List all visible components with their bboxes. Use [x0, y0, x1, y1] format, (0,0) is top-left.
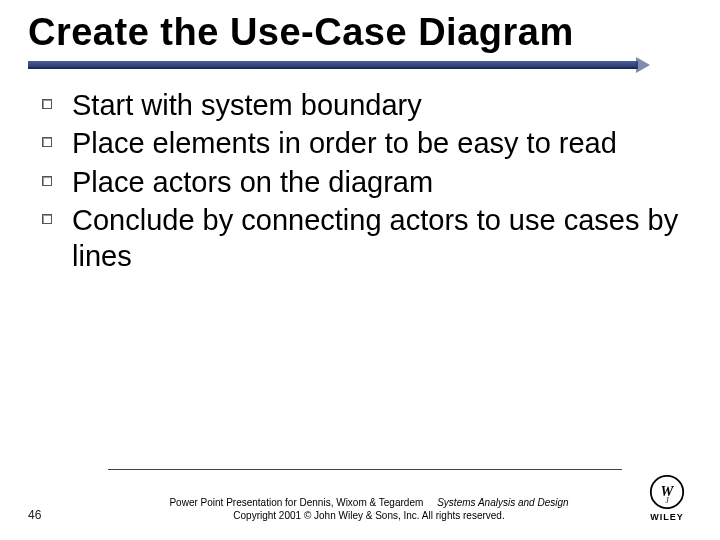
bullet-list: Start with system boundary Place element… [28, 87, 692, 274]
footer-credit-line1b: Systems Analysis and Design [437, 497, 568, 508]
footer-credit-line2: Copyright 2001 © John Wiley & Sons, Inc.… [108, 509, 630, 522]
bullet-text: Place elements in order to be easy to re… [72, 127, 617, 159]
bullet-icon [42, 99, 52, 109]
slide-footer: 46 Power Point Presentation for Dennis, … [28, 469, 692, 522]
slide: Create the Use-Case Diagram Start with s… [0, 0, 720, 540]
bullet-icon [42, 176, 52, 186]
page-number: 46 [28, 508, 96, 522]
footer-divider [108, 469, 622, 470]
bullet-item: Place actors on the diagram [36, 164, 692, 200]
publisher-logo: W J WILEY [642, 474, 692, 522]
footer-credit-line1a: Power Point Presentation for Dennis, Wix… [169, 497, 423, 508]
bullet-item: Place elements in order to be easy to re… [36, 125, 692, 161]
slide-title: Create the Use-Case Diagram [28, 12, 692, 53]
bullet-item: Conclude by connecting actors to use cas… [36, 202, 692, 275]
wiley-logo-icon: W J [649, 474, 685, 510]
bullet-icon [42, 137, 52, 147]
publisher-brand: WILEY [650, 512, 684, 522]
bullet-text: Conclude by connecting actors to use cas… [72, 204, 678, 272]
title-underline [28, 59, 692, 69]
bullet-icon [42, 214, 52, 224]
bullet-item: Start with system boundary [36, 87, 692, 123]
bullet-text: Place actors on the diagram [72, 166, 433, 198]
footer-credits: Power Point Presentation for Dennis, Wix… [108, 496, 630, 522]
bullet-text: Start with system boundary [72, 89, 422, 121]
